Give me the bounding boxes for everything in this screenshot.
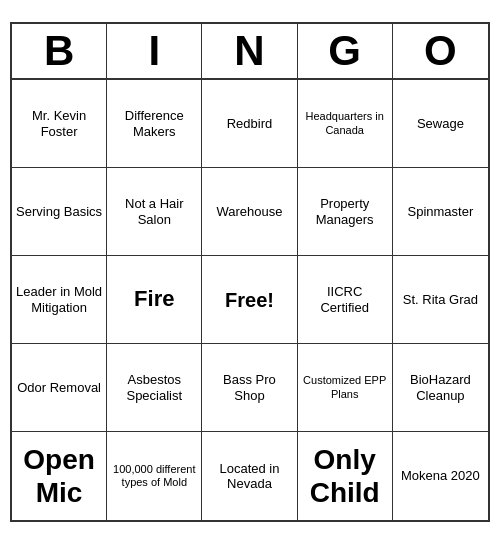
bingo-cell-24: Mokena 2020 [393, 432, 488, 520]
bingo-cell-6: Not a Hair Salon [107, 168, 202, 256]
bingo-cell-20: Open Mic [12, 432, 107, 520]
bingo-letter-b: B [12, 24, 107, 78]
bingo-cell-22: Located in Nevada [202, 432, 297, 520]
bingo-cell-3: Headquarters in Canada [298, 80, 393, 168]
bingo-cell-5: Serving Basics [12, 168, 107, 256]
bingo-cell-23: Only Child [298, 432, 393, 520]
bingo-cell-7: Warehouse [202, 168, 297, 256]
bingo-letter-o: O [393, 24, 488, 78]
bingo-letter-i: I [107, 24, 202, 78]
bingo-cell-10: Leader in Mold Mitigation [12, 256, 107, 344]
bingo-cell-9: Spinmaster [393, 168, 488, 256]
bingo-cell-2: Redbird [202, 80, 297, 168]
bingo-cell-21: 100,000 different types of Mold [107, 432, 202, 520]
bingo-cell-11: Fire [107, 256, 202, 344]
bingo-card: BINGO Mr. Kevin FosterDifference MakersR… [10, 22, 490, 522]
bingo-letter-n: N [202, 24, 297, 78]
bingo-grid: Mr. Kevin FosterDifference MakersRedbird… [12, 80, 488, 520]
bingo-cell-15: Odor Removal [12, 344, 107, 432]
bingo-letter-g: G [298, 24, 393, 78]
bingo-cell-14: St. Rita Grad [393, 256, 488, 344]
bingo-cell-18: Customized EPP Plans [298, 344, 393, 432]
bingo-cell-19: BioHazard Cleanup [393, 344, 488, 432]
bingo-cell-8: Property Managers [298, 168, 393, 256]
bingo-cell-16: Asbestos Specialist [107, 344, 202, 432]
bingo-cell-4: Sewage [393, 80, 488, 168]
bingo-cell-1: Difference Makers [107, 80, 202, 168]
bingo-cell-0: Mr. Kevin Foster [12, 80, 107, 168]
bingo-cell-17: Bass Pro Shop [202, 344, 297, 432]
bingo-header: BINGO [12, 24, 488, 80]
bingo-cell-13: IICRC Certified [298, 256, 393, 344]
bingo-cell-12: Free! [202, 256, 297, 344]
